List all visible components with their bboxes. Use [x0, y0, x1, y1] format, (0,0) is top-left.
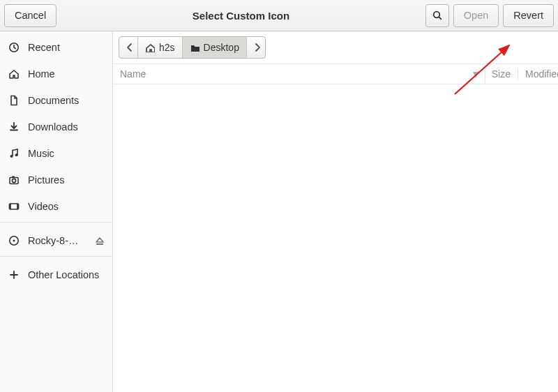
breadcrumb-back[interactable] [119, 37, 138, 58]
download-icon [8, 121, 20, 133]
clock-icon [8, 42, 20, 53]
dialog-title: Select Custom Icon [61, 10, 421, 22]
sidebar-item-pictures[interactable]: Pictures [0, 167, 112, 193]
sidebar-item-videos[interactable]: Videos [0, 193, 112, 220]
header-bar: Cancel Select Custom Icon Open Revert [0, 0, 558, 31]
chevron-right-icon [252, 42, 260, 53]
sidebar-item-music[interactable]: Music [0, 140, 112, 167]
sidebar-item-label: Other Locations [28, 269, 104, 280]
sidebar-item-label: Music [28, 148, 104, 159]
home-icon [8, 68, 20, 80]
column-name[interactable]: Name [113, 68, 471, 80]
doc-icon [8, 95, 20, 106]
home-icon [145, 43, 155, 52]
camera-icon [8, 174, 20, 186]
breadcrumb-segment-desktop[interactable]: Desktop [183, 37, 247, 58]
eject-icon[interactable] [94, 236, 104, 246]
music-icon [8, 148, 20, 159]
sidebar-separator [0, 256, 112, 257]
column-name-label: Name [120, 68, 146, 80]
sidebar-item-documents[interactable]: Documents [0, 87, 112, 114]
search-icon [432, 10, 443, 21]
sidebar-item-rocky-8-[interactable]: Rocky-8-… [0, 227, 112, 254]
sidebar-item-label: Recent [28, 42, 104, 53]
column-headers: Name ▼ Size Modified [113, 63, 558, 84]
sidebar-item-label: Pictures [28, 174, 104, 186]
sort-indicator-icon: ▼ [471, 68, 481, 80]
breadcrumb-label: h2s [159, 42, 175, 53]
video-icon [8, 201, 20, 212]
sidebar-item-label: Videos [28, 201, 104, 212]
sidebar-separator [0, 222, 112, 223]
search-button[interactable] [425, 4, 449, 27]
column-size-label: Size [492, 68, 511, 80]
breadcrumb: h2sDesktop [119, 36, 266, 59]
sidebar-item-label: Home [28, 68, 104, 80]
chevron-left-icon [124, 42, 133, 53]
cancel-button[interactable]: Cancel [4, 4, 56, 27]
main-pane: h2sDesktop Name ▼ Size Modified [113, 31, 558, 392]
file-list[interactable] [113, 84, 558, 392]
breadcrumb-segment-h2s[interactable]: h2s [138, 37, 183, 58]
breadcrumb-forward[interactable] [247, 37, 265, 58]
sidebar-item-label: Rocky-8-… [28, 235, 86, 246]
open-button[interactable]: Open [453, 4, 499, 27]
disc-icon [8, 235, 20, 246]
folder-icon [190, 43, 199, 52]
column-modified-label: Modified [525, 68, 558, 80]
sidebar-item-label: Downloads [28, 121, 104, 133]
sidebar-item-home[interactable]: Home [0, 61, 112, 87]
breadcrumb-label: Desktop [204, 42, 239, 53]
sidebar-other-locations[interactable]: Other Locations [0, 262, 112, 288]
sidebar-item-label: Documents [28, 95, 104, 106]
places-sidebar: RecentHomeDocumentsDownloadsMusicPicture… [0, 31, 113, 392]
revert-button[interactable]: Revert [503, 4, 554, 27]
plus-icon [8, 269, 20, 280]
sidebar-item-recent[interactable]: Recent [0, 34, 112, 61]
column-size[interactable]: Size [485, 68, 518, 80]
column-modified[interactable]: Modified [518, 68, 558, 80]
sidebar-item-downloads[interactable]: Downloads [0, 114, 112, 140]
